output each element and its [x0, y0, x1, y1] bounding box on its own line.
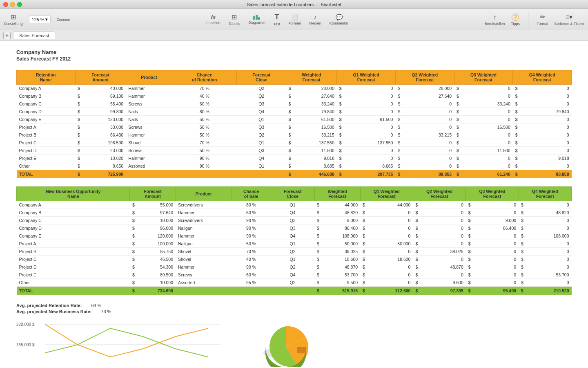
toolbar-sortieren[interactable]: ≡▾ Sortieren & Filtern: [554, 13, 584, 26]
cell-dollar: $: [130, 256, 137, 263]
cell-close: Q2: [237, 85, 286, 92]
col-nb-q2: Q2 WeightedForecast: [413, 187, 466, 201]
cell-weighted: 28.000: [293, 85, 336, 92]
cell-product: Shovel: [176, 256, 232, 263]
cell-q3-dollar: $: [454, 85, 461, 92]
cell-q2-dollar: $: [413, 209, 420, 217]
cell-wf-dollar: $: [314, 217, 322, 224]
new-business-table: New Business OpportunityName ForecastAmo…: [16, 186, 572, 295]
cell-q2: 27.640: [403, 92, 454, 100]
text-label: Text: [274, 22, 281, 26]
cell-close: Q4: [237, 155, 286, 162]
cell-chance: 40 %: [232, 256, 271, 263]
cell-amount: 40.000: [82, 85, 126, 92]
cell-q4: 53.700: [526, 271, 572, 279]
cell-amount: 69.100: [82, 92, 126, 100]
cell-product: Hammer: [126, 92, 172, 100]
cell-q3-dollar: $: [466, 201, 473, 209]
toolbar-bereitstellen[interactable]: ↑ Bereitstellen: [485, 13, 505, 26]
zoom-display[interactable]: 125 % ▾: [29, 16, 51, 23]
cell-weighted: 39.025: [322, 248, 360, 256]
cell-q2-dollar: $: [413, 224, 420, 232]
cell-q2: 0: [420, 240, 466, 248]
toolbar-right: ↑ Bereitstellen ? Tipps ✏ Format ≡▾ Sort…: [485, 11, 584, 28]
toolbar-kommentar[interactable]: 💬 Kommentar: [330, 14, 349, 25]
cell-q4: 0: [526, 279, 572, 287]
total-q1: 207.735: [344, 170, 396, 179]
cell-q2: 33.215: [403, 131, 454, 139]
cell-q1-dollar: $: [360, 271, 368, 279]
col-nb-name: New Business OpportunityName: [17, 187, 130, 201]
cell-q4: 9.018: [520, 155, 572, 162]
cell-chance: 90 %: [172, 155, 237, 162]
cell-q1-dollar: $: [337, 123, 344, 131]
toolbar-tabelle[interactable]: ⊞ Tabelle: [229, 13, 241, 26]
sortieren-label: Sortieren & Filtern: [554, 22, 584, 26]
cell-close: Q2: [237, 131, 286, 139]
cell-chance: 90 %: [232, 217, 271, 224]
cell-chance: 60 %: [172, 100, 237, 108]
titlebar: Sales forecast extended.numbers — Bearbe…: [0, 0, 588, 9]
cell-close: Q1: [237, 139, 286, 147]
toolbar-diagramm[interactable]: Diagramm: [248, 15, 265, 25]
cell-name: Project C: [17, 256, 130, 263]
cell-q2-dollar: $: [395, 85, 403, 92]
cell-dollar: $: [130, 201, 137, 209]
table-row: Company C $ 55.400 Screws 60 % Q3 $ 33.2…: [17, 100, 572, 108]
new-business-rate-value: 73 %: [101, 309, 111, 314]
toolbar-format[interactable]: ✏ Format: [537, 13, 548, 26]
diagramm-label: Diagramm: [248, 20, 265, 25]
col-chance-sale: Chanceof Sale: [232, 187, 271, 201]
total-q3: 61.240: [461, 170, 513, 179]
cell-dollar: $: [130, 240, 137, 248]
retention-rate-label: Avg. projected Retention Rate:: [16, 303, 82, 308]
cell-q2: 0: [420, 256, 466, 263]
cell-amount: 10.000: [137, 279, 176, 287]
cell-name: Project A: [17, 240, 130, 248]
cell-wf-dollar: $: [286, 85, 294, 92]
total-q4-dollar: $: [513, 170, 520, 179]
cell-close: Q2: [271, 263, 314, 271]
cell-amount: 55.000: [137, 201, 176, 209]
total-empty2: [172, 170, 237, 179]
window-title: Sales forecast extended.numbers — Bearbe…: [247, 2, 341, 7]
cell-q2: 0: [420, 271, 466, 279]
cell-amount: 23.000: [82, 147, 126, 155]
cell-q4: 108.000: [526, 232, 572, 240]
cell-q4-dollar: $: [513, 100, 520, 108]
cell-q3-dollar: $: [454, 139, 461, 147]
cell-q4-dollar: $: [519, 240, 526, 248]
maximize-button[interactable]: [17, 2, 22, 7]
toolbar-text[interactable]: T Text: [274, 13, 281, 26]
cell-q4-dollar: $: [513, 147, 520, 155]
tab-sales-forecast[interactable]: Sales Forecast: [13, 31, 55, 39]
cell-q1-dollar: $: [337, 100, 344, 108]
cell-chance: 70 %: [172, 139, 237, 147]
cell-close: Q2: [271, 248, 314, 256]
cell-name: Project C: [17, 139, 76, 147]
cell-q1-dollar: $: [337, 155, 344, 162]
cell-chance: 90 %: [172, 162, 237, 170]
col-forecast-amount: ForecastAmount: [75, 70, 126, 85]
toolbar-formen[interactable]: ⬜ Formen: [288, 14, 301, 25]
cell-q4: 0: [520, 139, 572, 147]
new-business-rate-label: Avg. projected New Business Rate:: [16, 309, 91, 314]
cell-amount: 54.300: [137, 263, 176, 271]
toolbar-tipps[interactable]: ? Tipps: [511, 13, 520, 26]
add-sheet-button[interactable]: +: [3, 32, 11, 39]
cell-amount: 99.800: [82, 108, 126, 116]
cell-amount: 120.000: [137, 232, 176, 240]
toolbar-medien[interactable]: ♪ Medien: [309, 14, 321, 25]
cell-q4-dollar: $: [513, 116, 520, 123]
toolbar-darstellung[interactable]: ⊞ Darstellung: [4, 13, 23, 26]
close-button[interactable]: [3, 2, 8, 7]
nb-total-amount: 734.690: [137, 287, 176, 295]
cell-q2-dollar: $: [413, 263, 420, 271]
table-row: Project B $ 66.430 Hammer 50 % Q2 $ 33.2…: [17, 131, 572, 139]
cell-q4-dollar: $: [513, 123, 520, 131]
toolbar-funktion[interactable]: fx Funktion: [206, 14, 220, 25]
table-row: Company D $ 96.000 Nailgun 90 % Q3 $ 86.…: [17, 224, 572, 232]
company-name: Company Name: [16, 49, 572, 55]
tabelle-label: Tabelle: [229, 22, 241, 26]
minimize-button[interactable]: [10, 2, 15, 7]
